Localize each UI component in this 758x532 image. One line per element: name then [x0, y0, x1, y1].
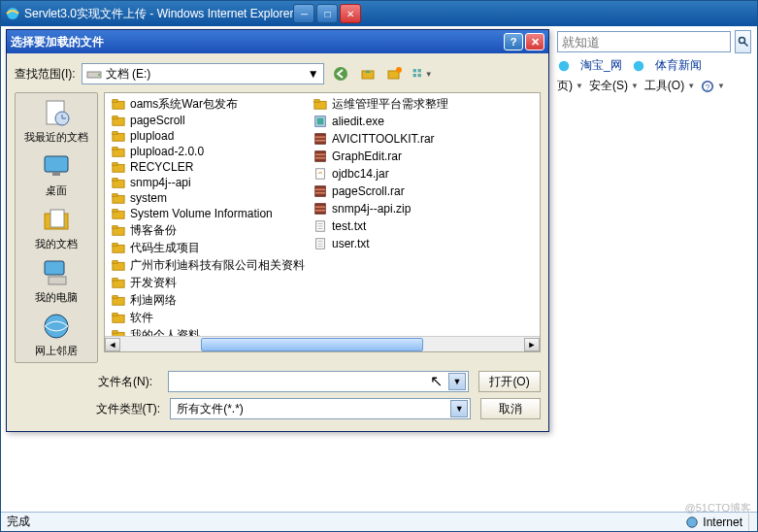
file-item[interactable]: plupload-2.0.0	[107, 144, 309, 159]
search-button[interactable]	[735, 30, 751, 53]
file-item[interactable]: 软件	[107, 309, 309, 326]
filename-input[interactable]	[171, 373, 448, 390]
file-item[interactable]: 博客备份	[107, 221, 309, 239]
file-icon	[111, 97, 126, 111]
horizontal-scrollbar[interactable]: ◄ ►	[105, 336, 540, 351]
page-menu[interactable]: 页)▼	[557, 78, 583, 94]
file-item[interactable]: RECYCLER	[107, 159, 309, 175]
svg-rect-40	[113, 179, 117, 182]
file-item[interactable]: user.txt	[309, 235, 452, 252]
scroll-left-button[interactable]: ◄	[105, 338, 120, 351]
scroll-right-button[interactable]: ►	[524, 338, 540, 351]
place-recent[interactable]: 我最近的文档	[24, 97, 88, 145]
file-column-1: oams系统War包发布pageScrollpluploadplupload-2…	[107, 95, 309, 334]
file-name: 博客备份	[130, 222, 177, 239]
filename-label: 文件名(N):	[98, 374, 158, 390]
ie-logo-icon	[5, 6, 20, 21]
tools-menu[interactable]: 工具(O)▼	[644, 78, 695, 94]
file-item[interactable]: GraphEdit.rar	[309, 148, 452, 165]
view-menu-button[interactable]: ▼	[412, 63, 433, 84]
place-desktop[interactable]: 桌面	[41, 150, 72, 198]
favorite-link-sports[interactable]: 体育新闻	[655, 57, 702, 74]
file-item[interactable]: 运维管理平台需求整理	[309, 95, 452, 113]
up-one-level-button[interactable]	[357, 63, 379, 84]
svg-point-4	[633, 60, 643, 71]
file-name: 代码生成项目	[130, 240, 200, 256]
lookin-drop-icon[interactable]: ▼	[308, 67, 319, 81]
search-input[interactable]	[557, 31, 731, 52]
svg-rect-38	[113, 163, 117, 166]
file-name: pageScroll	[130, 114, 185, 127]
file-icon	[313, 237, 328, 250]
new-folder-button[interactable]	[384, 63, 406, 84]
svg-rect-65	[315, 140, 326, 142]
scroll-thumb[interactable]	[201, 338, 423, 351]
file-item[interactable]: pageScroll.rar	[309, 183, 452, 200]
svg-rect-58	[113, 331, 117, 334]
svg-rect-27	[49, 277, 66, 284]
filename-drop-icon[interactable]: ▼	[448, 373, 466, 390]
ie-small-icon	[632, 59, 645, 73]
maximize-button[interactable]: □	[316, 4, 338, 23]
svg-rect-15	[417, 69, 420, 72]
file-name: ojdbc14.jar	[332, 167, 389, 181]
svg-rect-56	[113, 314, 117, 316]
file-item[interactable]: 广州市利迪科技有限公司相关资料	[107, 256, 309, 274]
file-item[interactable]: oams系统War包发布	[107, 95, 309, 113]
filetype-drop-icon[interactable]: ▼	[450, 400, 468, 417]
mydocs-icon	[41, 204, 72, 235]
recent-docs-icon	[41, 97, 72, 128]
file-item[interactable]: 开发资料	[107, 274, 309, 291]
svg-rect-46	[113, 226, 117, 229]
file-column-2: 运维管理平台需求整理aliedit.exeAVICITTOOLKIT.rarGr…	[309, 95, 452, 334]
file-icon	[313, 202, 328, 216]
file-name: 我的个人资料	[130, 327, 200, 337]
close-button[interactable]: ✕	[340, 4, 361, 23]
file-item[interactable]: ojdbc14.jar	[309, 165, 452, 183]
minimize-button[interactable]: ─	[293, 4, 314, 23]
back-button[interactable]	[330, 63, 351, 84]
open-button[interactable]: 打开(O)	[478, 371, 541, 392]
place-mydocs[interactable]: 我的文档	[35, 204, 78, 251]
file-item[interactable]: snmp4j--api.zip	[309, 200, 452, 217]
place-network[interactable]: 网上邻居	[35, 311, 78, 358]
status-done: 完成	[7, 514, 30, 530]
filetype-combo[interactable]: 所有文件(*.*) ▼	[170, 398, 471, 419]
file-icon	[313, 97, 328, 111]
safety-menu[interactable]: 安全(S)▼	[589, 78, 639, 94]
file-item[interactable]: system	[107, 190, 309, 206]
file-item[interactable]: pageScroll	[107, 113, 309, 128]
favorite-link-taobao[interactable]: 淘宝_网	[580, 57, 622, 74]
dialog-close-button[interactable]: ✕	[525, 33, 544, 50]
svg-rect-60	[314, 100, 319, 103]
file-name: RECYCLER	[130, 160, 193, 174]
file-item[interactable]: plupload	[107, 128, 309, 144]
filename-combo[interactable]: ▼	[168, 371, 469, 392]
file-item[interactable]: 代码生成项目	[107, 239, 309, 256]
view-icon	[412, 66, 424, 82]
network-icon	[41, 311, 72, 342]
dialog-titlebar[interactable]: 选择要加载的文件 ? ✕	[7, 30, 548, 53]
new-folder-icon	[387, 66, 403, 82]
svg-rect-44	[113, 210, 117, 213]
zone-text: Internet	[703, 515, 742, 529]
file-icon	[111, 311, 126, 324]
dialog-help-button[interactable]: ?	[504, 33, 523, 50]
lookin-dropdown[interactable]: 文档 (E:) ▼	[82, 63, 324, 84]
svg-rect-71	[315, 188, 326, 190]
file-item[interactable]: test.txt	[309, 217, 452, 235]
drive-icon	[86, 66, 102, 82]
help-menu[interactable]: ?▼	[701, 80, 725, 93]
file-item[interactable]: 利迪网络	[107, 291, 309, 309]
file-item[interactable]: AVICITTOOLKIT.rar	[309, 130, 452, 148]
file-item[interactable]: aliedit.exe	[309, 113, 452, 130]
file-icon	[111, 276, 126, 289]
file-item[interactable]: 我的个人资料	[107, 326, 309, 336]
file-item[interactable]: snmp4j--api	[107, 175, 309, 190]
back-icon	[333, 66, 348, 82]
file-item[interactable]: System Volume Information	[107, 206, 309, 221]
place-mycomputer[interactable]: 我的电脑	[35, 257, 78, 305]
filetype-value: 所有文件(*.*)	[173, 401, 247, 417]
ie-titlebar[interactable]: Servlet3.0实现文件上传 - Windows Internet Expl…	[1, 1, 757, 26]
cancel-button[interactable]: 取消	[480, 398, 541, 419]
